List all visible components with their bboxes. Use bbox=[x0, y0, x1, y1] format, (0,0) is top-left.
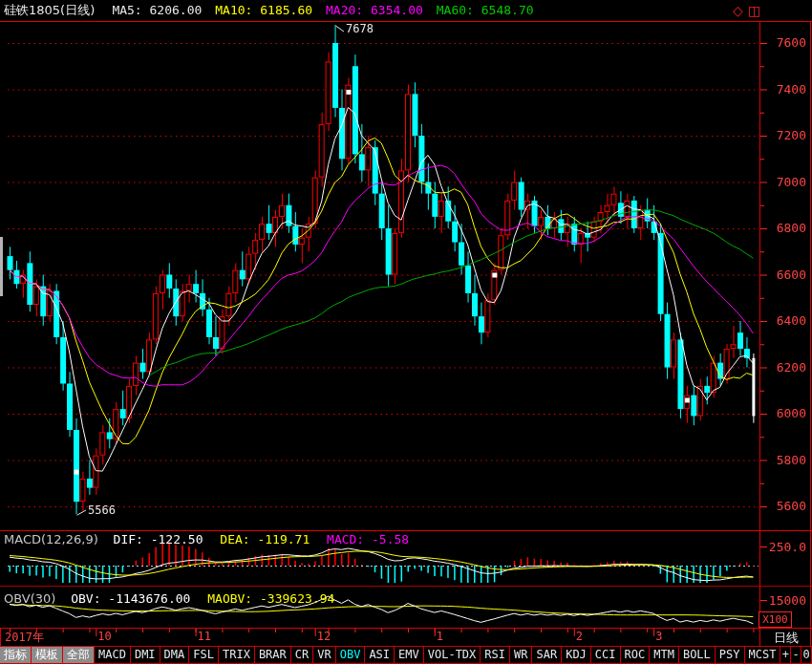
price-axis-label: 7600 bbox=[762, 35, 806, 50]
macd-axis-label: 250.0 bbox=[762, 540, 806, 554]
kline-chart-canvas[interactable] bbox=[0, 0, 812, 664]
toolbar-indicator-psy[interactable]: PSY bbox=[715, 647, 745, 663]
toolbar-indicator-dma[interactable]: DMA bbox=[160, 647, 190, 663]
toolbar-indicator-macd[interactable]: MACD bbox=[94, 647, 131, 663]
macd-dif-value: DIF: -122.50 bbox=[114, 532, 203, 546]
toolbar-indicator-roc[interactable]: ROC bbox=[620, 647, 651, 663]
toolbar-indicator-wr[interactable]: WR bbox=[509, 647, 532, 663]
price-axis-label: 7200 bbox=[762, 128, 806, 142]
price-axis-label: 6000 bbox=[762, 406, 806, 420]
period-label: 日线 bbox=[764, 630, 808, 647]
toolbar-indicator-cci[interactable]: CCI bbox=[590, 647, 621, 663]
toolbar-indicator-obv[interactable]: OBV bbox=[335, 647, 366, 663]
kline-app-window: 硅铁1805(日线) MA5: 6206.00MA10: 6185.60MA20… bbox=[0, 0, 812, 664]
ma-legend-item-20: MA20: 6354.00 bbox=[326, 3, 423, 17]
toolbar-indicator-cr[interactable]: CR bbox=[290, 647, 313, 663]
price-axis-label: 6800 bbox=[762, 221, 806, 235]
toolbar-indicator-sar[interactable]: SAR bbox=[531, 647, 562, 663]
toolbar-indicator-fsl[interactable]: FSL bbox=[188, 647, 219, 663]
toolbar-tab-全部[interactable]: 全部 bbox=[62, 647, 95, 663]
ma-legend: MA5: 6206.00MA10: 6185.60MA20: 6354.00MA… bbox=[98, 3, 533, 17]
indicator-toolbar: 指标模板全部MACDDMIDMAFSLTRIXBRARCRVROBVASIEMV… bbox=[0, 646, 812, 664]
left-scrollbar-fragment[interactable] bbox=[0, 237, 3, 296]
toolbar-indicator-kdj[interactable]: KDJ bbox=[561, 647, 591, 663]
ma-legend-item-60: MA60: 6548.70 bbox=[437, 3, 534, 17]
price-axis-label: 5600 bbox=[762, 499, 806, 513]
low-price-annotation: 5566 bbox=[88, 503, 116, 517]
obv-title: OBV(30) bbox=[4, 591, 55, 606]
price-axis-label: 5800 bbox=[762, 453, 806, 467]
maobv-value: MAOBV: -339623.94 bbox=[207, 591, 334, 606]
toolbar-indicator-boll[interactable]: BOLL bbox=[678, 647, 716, 663]
toolbar-indicator-vol-tdx[interactable]: VOL-TDX bbox=[423, 647, 481, 663]
obv-value: OBV: -1143676.00 bbox=[71, 591, 190, 606]
toolbar-indicator-brar[interactable]: BRAR bbox=[254, 647, 291, 663]
price-axis-label: 6600 bbox=[762, 268, 806, 282]
reset-zoom-button[interactable]: 0 bbox=[801, 647, 812, 663]
macd-dea-value: DEA: -119.71 bbox=[220, 532, 310, 546]
toolbar-indicator-mtm[interactable]: MTM bbox=[649, 647, 679, 663]
price-axis-label: 7000 bbox=[762, 175, 806, 189]
month-label-10: 10 bbox=[97, 630, 111, 643]
year-label: 2017年 bbox=[5, 630, 44, 646]
toolbar-indicator-emv[interactable]: EMV bbox=[394, 647, 424, 663]
toolbar-indicator-dmi[interactable]: DMI bbox=[130, 647, 160, 663]
diamond-icon[interactable]: ◇ bbox=[733, 2, 743, 19]
month-label-3: 3 bbox=[655, 630, 662, 643]
toolbar-indicator-rsi[interactable]: RSI bbox=[480, 647, 510, 663]
month-label-2: 2 bbox=[576, 630, 583, 643]
month-label-12: 12 bbox=[317, 630, 331, 643]
macd-title: MACD(12,26,9) bbox=[4, 532, 98, 546]
obv-axis-label: 15000 bbox=[762, 593, 806, 608]
chart-header: 硅铁1805(日线) MA5: 6206.00MA10: 6185.60MA20… bbox=[0, 0, 812, 21]
toolbar-indicator-asi[interactable]: ASI bbox=[364, 647, 395, 663]
toolbar-indicator-vr[interactable]: VR bbox=[312, 647, 335, 663]
toolbar-indicator-mcst[interactable]: MCST bbox=[744, 647, 781, 663]
price-axis-label: 6400 bbox=[762, 313, 806, 328]
month-label-1: 1 bbox=[437, 630, 443, 643]
toolbar-indicator-trix[interactable]: TRIX bbox=[218, 647, 255, 663]
high-price-annotation: 7678 bbox=[346, 22, 374, 35]
price-axis-label: 7400 bbox=[762, 82, 806, 96]
price-axis-label: 6200 bbox=[762, 360, 806, 375]
ma-legend-item-5: MA5: 6206.00 bbox=[112, 3, 202, 17]
toolbar-tab-指标[interactable]: 指标 bbox=[0, 647, 32, 663]
instrument-title: 硅铁1805(日线) bbox=[4, 3, 95, 17]
month-label-11: 11 bbox=[198, 630, 211, 643]
obv-panel-header: OBV(30) OBV: -1143676.00 MAOBV: -339623.… bbox=[4, 591, 334, 606]
toolbar-tab-模板[interactable]: 模板 bbox=[31, 647, 63, 663]
volume-multiplier-badge: X100 bbox=[759, 611, 792, 628]
macd-macd-value: MACD: -5.58 bbox=[327, 532, 409, 546]
macd-panel-header: MACD(12,26,9) DIF: -122.50 DEA: -119.71 … bbox=[4, 532, 409, 546]
split-window-icon[interactable]: ◫ bbox=[748, 2, 760, 19]
ma-legend-item-10: MA10: 6185.60 bbox=[215, 3, 312, 17]
